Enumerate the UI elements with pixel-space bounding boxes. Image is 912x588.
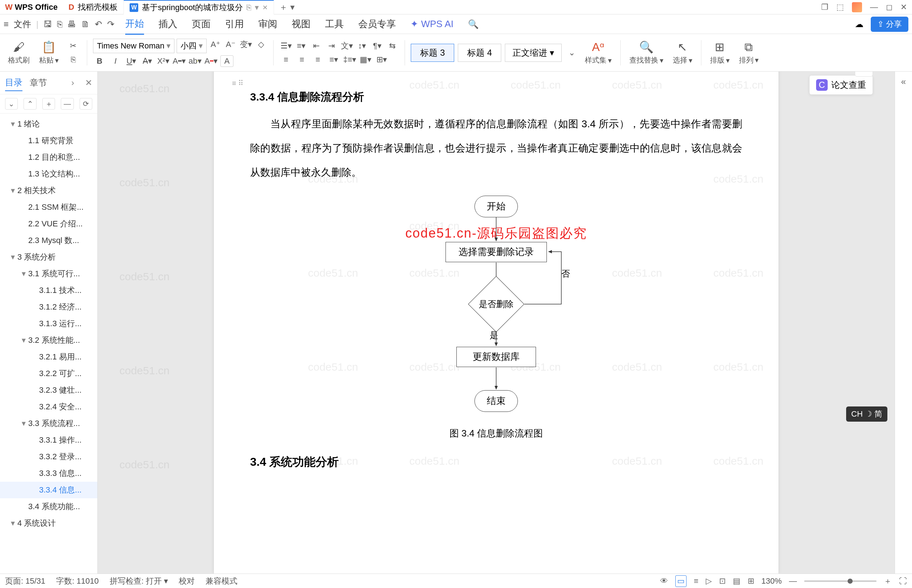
zoom-level[interactable]: 130% xyxy=(761,577,782,586)
collapse-button[interactable]: ⌄ xyxy=(5,98,18,110)
outline-item[interactable]: 2.2 VUE 介绍... xyxy=(0,215,97,232)
select-button[interactable]: ↖ 选择 ▾ xyxy=(670,40,695,65)
window-multi-icon[interactable]: ❐ xyxy=(821,3,828,12)
save-icon[interactable]: 🖫 xyxy=(44,19,52,29)
view-focus-icon[interactable]: ⊡ xyxy=(719,577,726,586)
highlight-button[interactable]: ab▾ xyxy=(189,55,202,67)
menu-tab-start[interactable]: 开始 xyxy=(125,14,144,35)
outline-item[interactable]: ▾3.1 系统可行... xyxy=(0,265,97,282)
paragraph-handle[interactable]: ≡ ⠿ xyxy=(232,79,243,87)
arrange-button[interactable]: ⊞ 排版 ▾ xyxy=(707,40,732,65)
menu-tab-vip[interactable]: 会员专享 xyxy=(358,14,396,34)
undo-icon[interactable]: ↶ xyxy=(95,19,102,29)
font-size-select[interactable]: 小四 ▾ xyxy=(177,39,207,53)
collapse-ribbon-button[interactable]: ⌃ xyxy=(855,72,873,77)
shading-button[interactable]: ▦▾ xyxy=(359,54,372,65)
outline-item[interactable]: ▾2 相关技术 xyxy=(0,182,97,199)
share-button[interactable]: ⇪ 分享 xyxy=(871,17,909,32)
view-read-icon[interactable]: 👁 xyxy=(660,577,668,586)
cloud-icon[interactable]: ☁ xyxy=(855,19,863,29)
menu-tab-tools[interactable]: 工具 xyxy=(325,14,344,34)
outline-item[interactable]: 3.3.2 登录... xyxy=(0,448,97,465)
strike-button[interactable]: A̶▾ xyxy=(141,55,154,67)
outline-item[interactable]: 1.1 研究背景 xyxy=(0,132,97,149)
grow-font-button[interactable]: A⁺ xyxy=(209,39,222,50)
outline-item[interactable]: 2.3 Mysql 数... xyxy=(0,232,97,249)
shrink-font-button[interactable]: A⁻ xyxy=(224,39,237,50)
style-gallery-expand[interactable]: ⌄ xyxy=(565,47,578,58)
outline-item[interactable]: 3.2.3 健壮... xyxy=(0,382,97,399)
outline-item[interactable]: 3.2.1 易用... xyxy=(0,349,97,365)
sidebar-next-icon[interactable]: › xyxy=(71,78,74,88)
show-marks-button[interactable]: ¶▾ xyxy=(371,40,384,52)
close-window-icon[interactable]: ✕ xyxy=(901,3,907,12)
font-name-select[interactable]: Times New Roman ▾ xyxy=(93,39,175,53)
view-page-icon[interactable]: ▭ xyxy=(675,575,687,587)
menu-tab-view[interactable]: 视图 xyxy=(292,14,311,34)
new-tab-button[interactable]: ＋ ▾ xyxy=(274,2,300,13)
style-heading3[interactable]: 标题 3 xyxy=(411,44,454,62)
border-button[interactable]: ⊞▾ xyxy=(375,54,388,65)
underline-button[interactable]: U▾ xyxy=(125,55,138,67)
fullscreen-icon[interactable]: ⛶ xyxy=(899,577,907,586)
outline-item[interactable]: 3.2.4 安全... xyxy=(0,399,97,415)
style-body-indent[interactable]: 正文缩进 ▾ xyxy=(505,44,562,62)
tab-templates[interactable]: D 找稻壳模板 xyxy=(63,0,124,15)
align-justify-button[interactable]: ≡▾ xyxy=(327,54,340,65)
style-set-button[interactable]: Aᵅ 样式集 ▾ xyxy=(582,40,614,65)
outline-item[interactable]: 3.1.3 运行... xyxy=(0,315,97,332)
font-color-button[interactable]: A▾ xyxy=(173,55,186,67)
zoom-in-button[interactable]: ＋ xyxy=(884,576,892,586)
user-avatar[interactable] xyxy=(852,2,862,12)
tab-preview-icon[interactable]: ⎘ xyxy=(246,3,251,12)
outline-item[interactable]: 3.1.1 技术... xyxy=(0,282,97,299)
rp-expand-icon[interactable]: « xyxy=(897,75,910,88)
bullet-list-button[interactable]: ☰▾ xyxy=(279,40,292,52)
phonetic-button[interactable]: 变▾ xyxy=(239,39,252,50)
text-effect-button[interactable]: A▾ xyxy=(204,55,217,67)
align-center-button[interactable]: ≡ xyxy=(295,54,308,65)
sidebar-tab-chapters[interactable]: 章节 xyxy=(30,75,47,91)
outline-item[interactable]: 3.3.4 信息... xyxy=(0,482,97,498)
outline-item[interactable]: ▾1 绪论 xyxy=(0,116,97,132)
outline-item[interactable]: ▾4 系统设计 xyxy=(0,515,97,531)
menu-tab-review[interactable]: 审阅 xyxy=(258,14,277,34)
format-painter-button[interactable]: 🖌 格式刷 xyxy=(5,40,32,65)
ime-indicator[interactable]: CH ☽ 简 xyxy=(846,407,888,422)
paper-check-button[interactable]: C 论文查重 xyxy=(809,75,873,95)
tab-dropdown-icon[interactable]: ▾ xyxy=(255,3,259,12)
expand-button[interactable]: ⌃ xyxy=(24,98,36,110)
menu-tab-insert[interactable]: 插入 xyxy=(159,14,177,34)
menu-tab-ai[interactable]: ✦ WPS AI xyxy=(410,15,454,33)
maximize-icon[interactable]: ◻ xyxy=(886,3,893,12)
refresh-button[interactable]: ⟳ xyxy=(79,98,92,110)
outline-item[interactable]: 1.3 论文结构... xyxy=(0,166,97,182)
sort-button[interactable]: ↕▾ xyxy=(355,40,368,52)
print-icon[interactable]: 🖶 xyxy=(67,19,76,29)
increase-indent-button[interactable]: ⇥ xyxy=(325,40,338,52)
bold-button[interactable]: B xyxy=(93,55,106,67)
outline-item[interactable]: ▾3.3 系统流程... xyxy=(0,415,97,432)
tab-document[interactable]: W 基于springboot的城市垃圾分 ⎘ ▾ ✕ xyxy=(124,0,274,15)
clear-format-button[interactable]: ◇ xyxy=(254,39,267,50)
decrease-indent-button[interactable]: ⇤ xyxy=(310,40,323,52)
outline-item[interactable]: 1.2 目的和意... xyxy=(0,149,97,166)
sidebar-close-icon[interactable]: ✕ xyxy=(85,78,92,88)
align-button[interactable]: ⧉ 排列 ▾ xyxy=(736,40,761,65)
view-grid-icon[interactable]: ⊞ xyxy=(748,577,754,586)
char-shading-button[interactable]: A xyxy=(220,55,233,67)
outline-item[interactable]: 3.4 系统功能... xyxy=(0,498,97,515)
find-replace-button[interactable]: 🔍 查找替换 ▾ xyxy=(627,40,666,65)
italic-button[interactable]: I xyxy=(109,55,122,67)
zoom-out-button[interactable]: — xyxy=(789,577,797,586)
status-compat[interactable]: 兼容模式 xyxy=(206,576,237,586)
outline-item[interactable]: ▾3.2 系统性能... xyxy=(0,332,97,349)
outline-item[interactable]: 3.3.3 信息... xyxy=(0,465,97,482)
status-words[interactable]: 字数: 11010 xyxy=(56,576,99,586)
tab-button[interactable]: ⇆ xyxy=(386,40,399,52)
outline-item[interactable]: 3.3.1 操作... xyxy=(0,432,97,448)
sidebar-tab-toc[interactable]: 目录 xyxy=(5,74,23,91)
view-split-icon[interactable]: ▤ xyxy=(733,577,740,586)
search-icon[interactable]: 🔍 xyxy=(468,19,479,29)
menu-tab-ref[interactable]: 引用 xyxy=(225,14,244,34)
